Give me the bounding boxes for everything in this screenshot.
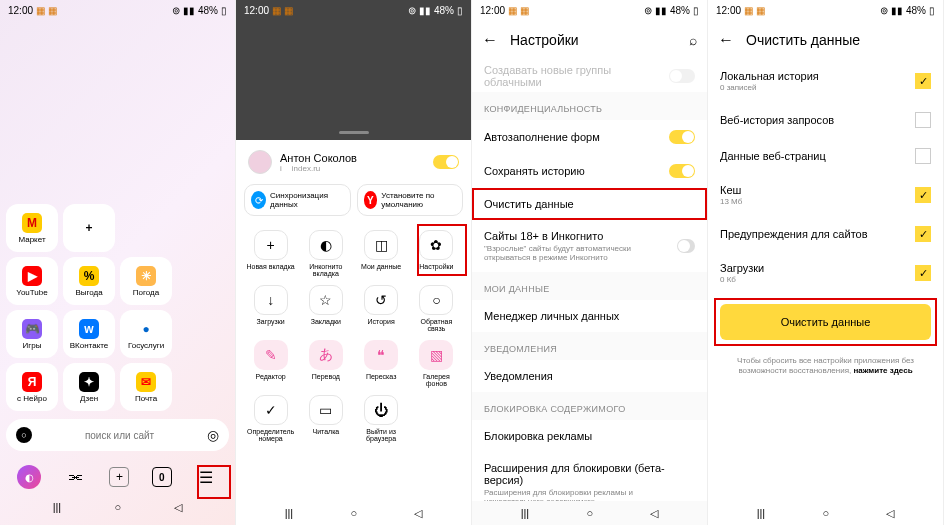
home-icon[interactable]: ○: [822, 507, 829, 519]
menu-item[interactable]: +Новая вкладка: [244, 228, 297, 279]
home-icon[interactable]: ○: [114, 501, 121, 513]
menu-icon: ◫: [364, 230, 398, 260]
menu-item[interactable]: ↓Загрузки: [244, 283, 297, 334]
search-input[interactable]: [38, 430, 201, 441]
status-time: 12:00: [244, 5, 269, 16]
setting-row[interactable]: Сохранять историю: [472, 154, 707, 188]
menu-item[interactable]: ☆Закладки: [299, 283, 352, 334]
toggle[interactable]: [669, 164, 695, 178]
check-row[interactable]: Предупреждения для сайтов✓: [708, 216, 943, 252]
setting-row[interactable]: Блокировка рекламы: [472, 420, 707, 452]
app-tile[interactable]: 🎮Игры: [6, 310, 58, 358]
setting-row[interactable]: Менеджер личных данных: [472, 300, 707, 332]
search-icon[interactable]: ⌕: [689, 32, 697, 48]
back-icon[interactable]: ←: [482, 31, 498, 49]
menu-item[interactable]: ▧Галерея фонов: [410, 338, 463, 389]
row-label: Данные веб-страниц: [720, 150, 826, 162]
menu-item[interactable]: ✿Настройки: [410, 228, 463, 279]
app-tile[interactable]: ▶YouTube: [6, 257, 58, 305]
checkbox[interactable]: ✓: [915, 265, 931, 281]
app-icon-indicator: ▦: [48, 5, 57, 16]
backdrop[interactable]: [236, 20, 471, 140]
sync-pill[interactable]: ⟳Синхронизация данных: [244, 184, 351, 216]
alice-icon[interactable]: ○: [16, 427, 32, 443]
app-label: Выгода: [75, 288, 102, 297]
setting-row[interactable]: Очистить данные: [472, 188, 707, 220]
back-icon[interactable]: ◁: [174, 501, 182, 514]
toggle[interactable]: [669, 130, 695, 144]
recent-icon[interactable]: |||: [757, 507, 766, 519]
check-row[interactable]: Загрузки0 Кб✓: [708, 252, 943, 294]
menu-label: Пересказ: [366, 373, 396, 380]
menu-item[interactable]: ⏻Выйти из браузера: [355, 393, 408, 444]
toggle[interactable]: [669, 69, 695, 83]
header: ← Настройки ⌕: [472, 20, 707, 60]
section-label: МОИ ДАННЫЕ: [472, 272, 707, 300]
menu-item[interactable]: ◫Мои данные: [355, 228, 408, 279]
menu-item[interactable]: ◐Инкогнито вкладка: [299, 228, 352, 279]
app-tile[interactable]: ●Госуслуги: [120, 310, 172, 358]
app-tile[interactable]: wВКонтакте: [63, 310, 115, 358]
app-tile[interactable]: ☀Погода: [120, 257, 172, 305]
back-icon[interactable]: ←: [718, 31, 734, 49]
default-pill[interactable]: YУстановите по умолчанию: [357, 184, 464, 216]
setting-row[interactable]: Автозаполнение форм: [472, 120, 707, 154]
app-tile[interactable]: Яс Нейро: [6, 363, 58, 411]
setting-row[interactable]: Создавать новые группы облачными: [472, 60, 707, 92]
home-icon[interactable]: ○: [586, 507, 593, 519]
clear-button[interactable]: Очистить данные: [720, 304, 931, 340]
back-icon[interactable]: ◁: [650, 507, 658, 520]
menu-icon[interactable]: ☰: [194, 465, 218, 489]
setting-row[interactable]: Сайты 18+ в Инкогнито"Взрослые" сайты бу…: [472, 220, 707, 272]
menu-item[interactable]: ○Обратная связь: [410, 283, 463, 334]
recent-icon[interactable]: |||: [521, 507, 530, 519]
checkbox[interactable]: ✓: [915, 187, 931, 203]
check-row[interactable]: Данные веб-страниц: [708, 138, 943, 174]
checkbox[interactable]: [915, 148, 931, 164]
menu-item[interactable]: ❝Пересказ: [355, 338, 408, 389]
checkbox[interactable]: ✓: [915, 73, 931, 89]
camera-icon[interactable]: ◎: [207, 427, 219, 443]
app-tile[interactable]: %Выгода: [63, 257, 115, 305]
menu-icon: ▭: [309, 395, 343, 425]
checkbox[interactable]: [915, 112, 931, 128]
share-icon[interactable]: ⫘: [63, 465, 87, 489]
clear-data-screen: 12:00▦▦ ⊚▮▮48%▯ ← Очистить данные Локаль…: [708, 0, 944, 525]
menu-item[interactable]: ✓Определитель номера: [244, 393, 297, 444]
menu-item[interactable]: ✎Редактор: [244, 338, 297, 389]
android-nav: |||○◁: [708, 501, 943, 525]
app-icon-indicator: ▦: [756, 5, 765, 16]
app-tile[interactable]: ✦Дзен: [63, 363, 115, 411]
search-bar[interactable]: ○ ◎: [6, 419, 229, 451]
app-tile[interactable]: ✉Почта: [120, 363, 172, 411]
back-icon[interactable]: ◁: [414, 507, 422, 520]
menu-label: Настройки: [419, 263, 453, 270]
drag-handle-icon[interactable]: [339, 131, 369, 134]
check-row[interactable]: Кеш13 Мб✓: [708, 174, 943, 216]
new-tab-icon[interactable]: +: [109, 467, 129, 487]
check-row[interactable]: Локальная история0 записей✓: [708, 60, 943, 102]
alice-icon[interactable]: ◐: [17, 465, 41, 489]
check-row[interactable]: Веб-история запросов: [708, 102, 943, 138]
row-label: Автозаполнение форм: [484, 131, 600, 143]
menu-item[interactable]: ▭Читалка: [299, 393, 352, 444]
menu-item[interactable]: ↺История: [355, 283, 408, 334]
footnote-link[interactable]: нажмите здесь: [853, 366, 912, 375]
home-icon[interactable]: ○: [350, 507, 357, 519]
recent-icon[interactable]: |||: [53, 501, 62, 513]
toggle[interactable]: [677, 239, 695, 253]
user-toggle[interactable]: [433, 155, 459, 169]
android-nav: |||○◁: [236, 501, 471, 525]
battery-icon: ▯: [929, 5, 935, 16]
tabs-icon[interactable]: 0: [152, 467, 172, 487]
row-sub: 13 Мб: [720, 197, 742, 206]
menu-item[interactable]: あПеревод: [299, 338, 352, 389]
back-icon[interactable]: ◁: [886, 507, 894, 520]
recent-icon[interactable]: |||: [285, 507, 294, 519]
setting-row[interactable]: Уведомления: [472, 360, 707, 392]
user-row[interactable]: Антон Соколов iindex.ru: [244, 150, 463, 174]
app-icon: w: [79, 319, 99, 339]
app-tile[interactable]: +: [63, 204, 115, 252]
app-tile[interactable]: ММаркет: [6, 204, 58, 252]
checkbox[interactable]: ✓: [915, 226, 931, 242]
